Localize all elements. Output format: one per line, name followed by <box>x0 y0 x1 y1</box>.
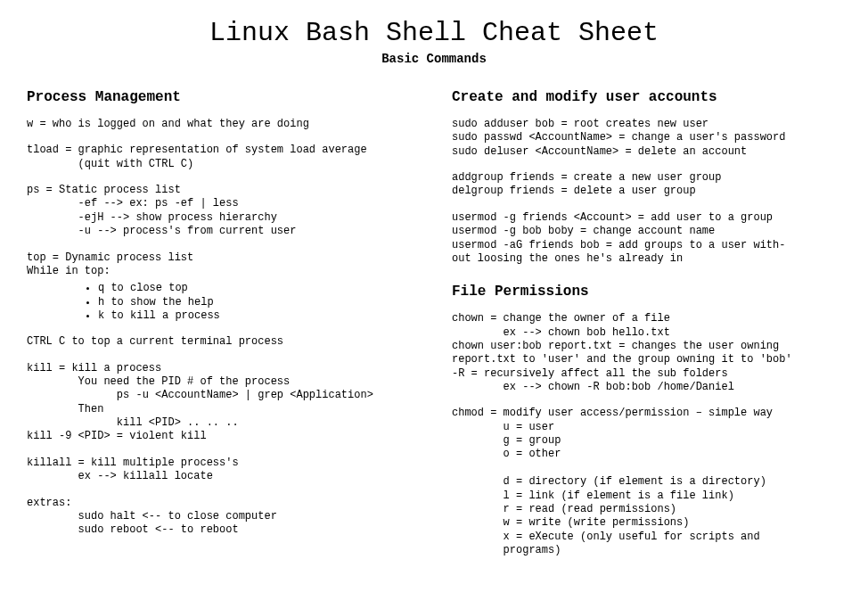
page-subtitle: Basic Commands <box>27 52 841 66</box>
text-block: chown = change the owner of a file ex --… <box>452 312 841 394</box>
text-block: top = Dynamic process list While in top: <box>27 251 416 279</box>
section-heading-file-permissions: File Permissions <box>452 284 841 300</box>
text-block: tload = graphic representation of system… <box>27 144 416 171</box>
page-title: Linux Bash Shell Cheat Sheet <box>27 18 841 48</box>
left-column: Process Management w = who is logged on … <box>27 89 416 570</box>
text-block: extras: sudo halt <-- to close computer … <box>27 497 416 538</box>
text-block: addgroup friends = create a new user gro… <box>452 171 841 199</box>
text-block: w = who is logged on and what they are d… <box>27 118 416 131</box>
text-block: kill = kill a process You need the PID #… <box>27 362 416 444</box>
section-heading-user-accounts: Create and modify user accounts <box>452 89 841 105</box>
text-block: sudo adduser bob = root creates new user… <box>452 118 841 159</box>
content-columns: Process Management w = who is logged on … <box>27 89 841 570</box>
text-block: chmod = modify user access/permission – … <box>452 407 841 557</box>
text-block: ps = Static process list -ef --> ex: ps … <box>27 184 416 238</box>
top-bullet-list: q to close top h to show the help k to k… <box>27 282 416 323</box>
list-item: k to kill a process <box>98 309 416 323</box>
text-block: killall = kill multiple process's ex -->… <box>27 457 416 484</box>
list-item: h to show the help <box>98 296 416 309</box>
text-block: CTRL C to top a current terminal process <box>27 335 416 349</box>
right-column: Create and modify user accounts sudo add… <box>452 89 841 570</box>
list-item: q to close top <box>98 282 416 295</box>
text-block: usermod -g friends <Account> = add user … <box>452 211 841 266</box>
section-heading-process-management: Process Management <box>27 89 416 105</box>
